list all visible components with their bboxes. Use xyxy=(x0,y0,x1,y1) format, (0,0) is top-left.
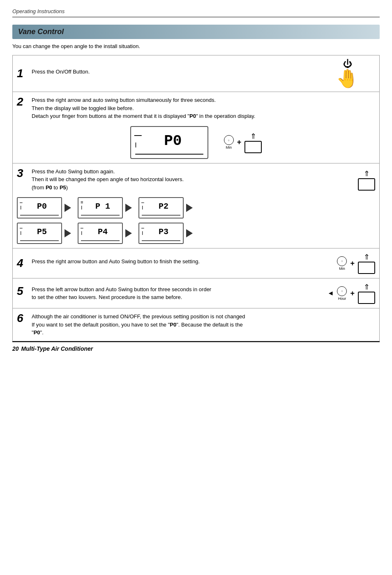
footer-text: Multi-Type Air Conditioner xyxy=(21,345,93,352)
panel-P1: ≡| P 1 xyxy=(78,197,123,218)
panel-P1-bar xyxy=(81,215,120,216)
footer-page-number: 20 xyxy=(12,345,19,352)
arrow-right-icon xyxy=(65,204,71,212)
display-text: P0 xyxy=(164,133,182,150)
step-4-number: 4 xyxy=(17,258,28,269)
arrow-right-icon-3 xyxy=(186,204,193,212)
step-1: 1 Press the On/Off Button. ⏻ 🤚 xyxy=(12,55,380,92)
step-2: 2 Press the right arrow and auto swing b… xyxy=(12,92,380,163)
page-footer: 20 Multi-Type Air Conditioner xyxy=(12,341,380,352)
panel-P4-left: —| xyxy=(81,225,83,235)
display-inner: P0 xyxy=(164,133,182,150)
plus-icon: + xyxy=(237,138,242,147)
step5-swing-arrows: ⇑ xyxy=(364,283,370,292)
panel-P3-text: P3 xyxy=(159,227,168,237)
step-5: 5 Press the left arrow button and Auto S… xyxy=(12,278,380,308)
section-title: Vane Control xyxy=(18,28,64,36)
section-title-bar: Vane Control xyxy=(12,25,380,39)
panel-P5-wrapper: —| P5 xyxy=(17,223,71,244)
step5-swing-icon: ⇑ xyxy=(358,283,375,304)
panel-P4-wrapper: —| P4 xyxy=(78,223,132,244)
step4-min-label: Min xyxy=(339,267,345,271)
min-circle-icon: ○ xyxy=(224,135,234,145)
left-indicator: —| xyxy=(134,131,142,148)
step-2-display-row: —| P0 ○ Min + ⇑ xyxy=(17,126,375,159)
panel-P1-text: P 1 xyxy=(95,202,110,211)
step-2-text: Press the right arrow and auto swing but… xyxy=(32,96,375,120)
step4-swing-icon: ⇑ xyxy=(358,253,375,274)
step-4: 4 Press the right arrow button and Auto … xyxy=(12,248,380,278)
step-2-number: 2 xyxy=(17,96,28,108)
step-3-number: 3 xyxy=(17,168,28,179)
panel-P5-left: —| xyxy=(20,225,23,235)
step5-plus-icon: + xyxy=(350,289,355,298)
min-icon: ○ Min xyxy=(224,135,234,150)
step5-hour-icon: ◄ xyxy=(327,290,334,297)
step4-min-icon: ○ Min xyxy=(337,256,347,271)
arrow-right-icon-2 xyxy=(125,204,132,212)
swing-icon: ⇑ xyxy=(244,132,262,153)
step-2-display-panel: —| P0 xyxy=(130,126,208,159)
panel-P0: —| P0 xyxy=(17,197,62,218)
panel-P3-left: —| xyxy=(141,225,144,235)
step-5-number: 5 xyxy=(17,285,28,297)
step-2-control-icons: ○ Min + ⇑ xyxy=(224,132,262,153)
step-5-control-icons: ◄ ○ Hour + ⇑ xyxy=(327,283,375,304)
step3-swing-arrows-icon: ⇑ xyxy=(364,169,370,178)
arrow-right-icon-5 xyxy=(125,229,132,237)
panel-P3-bar xyxy=(142,240,180,241)
step-3-displays-grid: —| P0 ≡| P 1 xyxy=(17,197,375,244)
step-4-control-icons: ○ Min + ⇑ xyxy=(337,253,375,274)
panel-P0-text: P0 xyxy=(37,202,47,211)
panel-P5-text: P5 xyxy=(37,227,47,237)
step5-min-circle: ○ xyxy=(337,286,347,296)
intro-text: You can change the open angle to the ins… xyxy=(12,43,380,49)
step-3-swing-icon: ⇑ xyxy=(358,168,375,192)
power-icon-wrapper: ⏻ 🤚 xyxy=(336,60,359,87)
step-6-text: Although the air conditioner is turned O… xyxy=(32,313,375,337)
panel-P0-wrapper: —| P0 xyxy=(17,197,71,218)
step-1-text: Press the On/Off Button. xyxy=(32,68,336,76)
page-header: Operating Instructions xyxy=(12,8,380,17)
panel-P5-bar xyxy=(20,240,59,241)
step-4-text: Press the right arrow button and Auto Sw… xyxy=(32,258,330,266)
min-label: Min xyxy=(226,145,232,150)
step4-min-circle: ○ xyxy=(337,256,347,266)
panel-P2-wrapper: —| P2 xyxy=(138,197,193,218)
step-3-displays-row-1: —| P0 ≡| P 1 xyxy=(17,197,375,218)
panel-P4-bar xyxy=(81,240,120,241)
panel-P2-bar xyxy=(142,215,180,216)
panel-P1-wrapper: ≡| P 1 xyxy=(78,197,132,218)
display-bar xyxy=(135,154,203,155)
step-6: 6 Although the air conditioner is turned… xyxy=(12,308,380,341)
hand-press-icon: 🤚 xyxy=(336,69,359,87)
panel-P0-left: —| xyxy=(20,200,23,210)
step-6-number: 6 xyxy=(17,313,28,324)
arrow-right-icon-6 xyxy=(186,229,193,237)
panel-P2: —| P2 xyxy=(138,197,184,218)
step4-swing-box xyxy=(358,262,375,274)
step-1-icon-col: ⏻ 🤚 xyxy=(336,60,359,87)
panel-P4-text: P4 xyxy=(98,227,108,237)
panel-P1-left: ≡| xyxy=(81,200,83,210)
power-symbol-icon: ⏻ xyxy=(343,60,352,69)
step-3-text: Press the Auto Swing button again. Then … xyxy=(32,168,353,192)
step4-plus-icon: + xyxy=(350,259,355,268)
step-3-displays-row-2: —| P5 —| P4 xyxy=(17,223,375,244)
panel-P2-left: —| xyxy=(141,200,144,210)
swing-arrows-icon: ⇑ xyxy=(250,132,256,141)
step5-min-icon: ○ Hour xyxy=(337,286,347,301)
header-title: Operating Instructions xyxy=(12,8,65,14)
step5-left-arrow-icon: ◄ xyxy=(327,290,334,297)
step5-swing-box xyxy=(358,292,375,304)
panel-P3-wrapper: —| P3 xyxy=(138,223,193,244)
step-3: 3 Press the Auto Swing button again. The… xyxy=(12,163,380,249)
step5-hour-label: Hour xyxy=(338,297,346,301)
page-wrapper: Operating Instructions Vane Control You … xyxy=(0,0,392,575)
panel-P3: —| P3 xyxy=(138,223,184,244)
swing-box-icon xyxy=(244,141,262,153)
panel-P5: —| P5 xyxy=(17,223,62,244)
panel-P2-text: P2 xyxy=(159,202,168,211)
arrow-right-icon-4 xyxy=(65,229,71,237)
step-5-text: Press the left arrow button and Auto Swi… xyxy=(32,285,320,301)
